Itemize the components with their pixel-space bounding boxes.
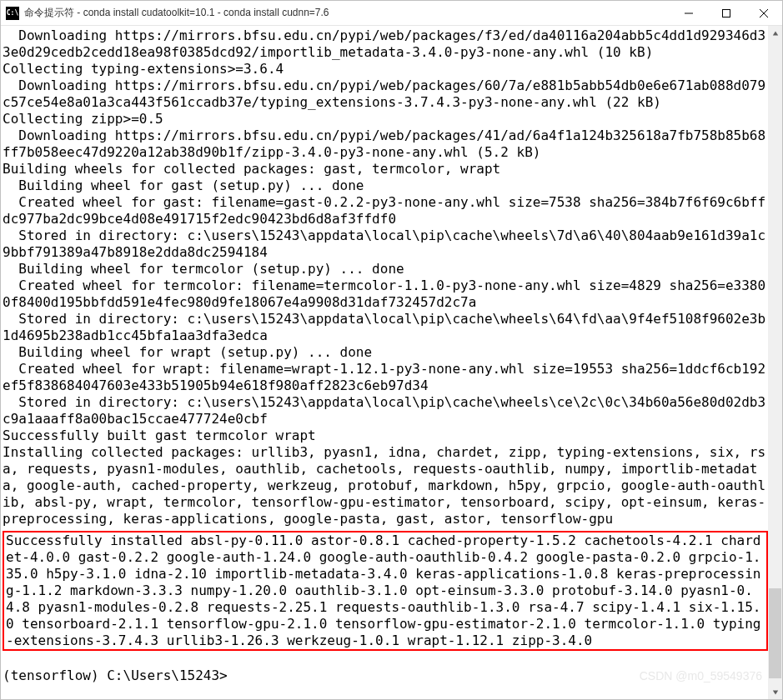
close-button[interactable]	[745, 1, 782, 25]
scrollbar-track[interactable]	[768, 40, 782, 685]
svg-marker-4	[772, 31, 777, 35]
chevron-down-icon	[772, 689, 779, 696]
vertical-scrollbar[interactable]	[768, 26, 782, 699]
close-icon	[760, 9, 768, 18]
minimize-button[interactable]	[670, 1, 707, 25]
command-prompt-window: C:\ 命令提示符 - conda install cudatoolkit=10…	[0, 0, 783, 700]
chevron-up-icon	[772, 30, 779, 37]
terminal-output[interactable]: Downloading https://mirrors.bfsu.edu.cn/…	[1, 26, 768, 699]
prompt-line[interactable]: (tensorflow) C:\Users\15243>	[3, 668, 228, 683]
scroll-up-button[interactable]	[768, 26, 782, 40]
svg-rect-1	[722, 9, 730, 17]
maximize-button[interactable]	[707, 1, 745, 25]
terminal-text-top: Downloading https://mirrors.bfsu.edu.cn/…	[3, 28, 765, 527]
svg-marker-5	[772, 690, 777, 694]
success-text: Successfully installed absl-py-0.11.0 as…	[6, 532, 760, 648]
minimize-icon	[685, 9, 693, 18]
scrollbar-thumb[interactable]	[769, 588, 781, 678]
titlebar[interactable]: C:\ 命令提示符 - conda install cudatoolkit=10…	[1, 1, 782, 26]
maximize-icon	[722, 9, 730, 18]
window-buttons	[670, 1, 782, 25]
cmd-icon: C:\	[6, 7, 19, 20]
content-area: Downloading https://mirrors.bfsu.edu.cn/…	[1, 26, 782, 699]
window-title: 命令提示符 - conda install cudatoolkit=10.1 -…	[24, 6, 329, 20]
scroll-down-button[interactable]	[768, 685, 782, 699]
success-highlight-box: Successfully installed absl-py-0.11.0 as…	[3, 531, 768, 651]
